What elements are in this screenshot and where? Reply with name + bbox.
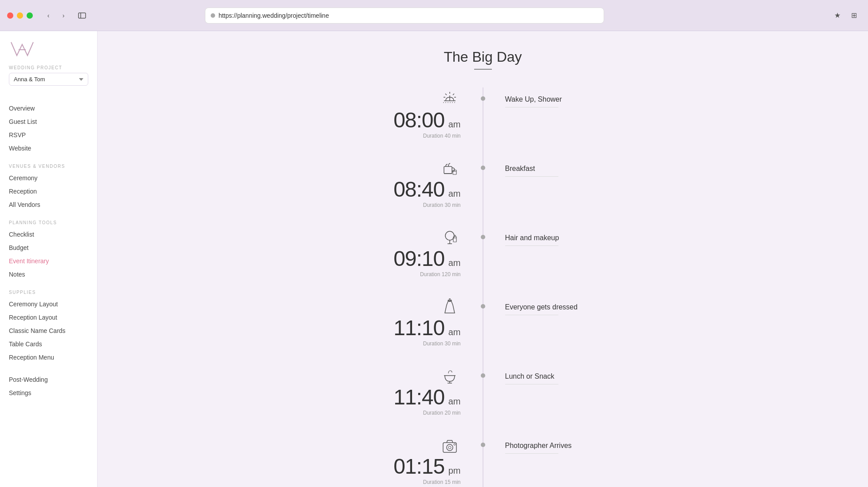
sidebar-item-checklist[interactable]: Checklist xyxy=(0,228,97,241)
sidebar-toggle-button[interactable] xyxy=(75,9,89,22)
svg-line-4 xyxy=(445,94,447,95)
svg-point-28 xyxy=(454,443,456,445)
sidebar-item-all-vendors[interactable]: All Vendors xyxy=(0,198,97,211)
timeline-item: 08:40 am Duration 30 min Breakfast xyxy=(283,157,683,208)
event-divider xyxy=(505,107,558,107)
time-display: 08:40 am xyxy=(393,179,460,200)
sidebar-main-nav: Overview Guest List RSVP Website xyxy=(0,102,97,155)
timeline-right: Lunch or Snack xyxy=(483,364,683,384)
sidebar-item-overview[interactable]: Overview xyxy=(0,102,97,115)
bookmark-button[interactable]: ★ xyxy=(831,9,844,22)
camera-icon xyxy=(439,434,461,456)
time-display: 11:10 am xyxy=(393,317,460,339)
sidebar-item-guest-list[interactable]: Guest List xyxy=(0,115,97,128)
sidebar-item-reception-menu[interactable]: Reception Menu xyxy=(0,351,97,364)
event-name: Lunch or Snack xyxy=(505,372,683,380)
timeline-left: 11:10 am Duration 30 min xyxy=(283,295,483,347)
security-indicator xyxy=(211,13,215,18)
sidebar-bottom-section: Post-Wedding Settings xyxy=(0,373,97,400)
duration: Duration 120 min xyxy=(420,271,460,277)
event-divider xyxy=(505,453,558,454)
duration: Duration 15 min xyxy=(423,479,461,485)
planning-section-label: PLANNING TOOLS xyxy=(0,220,97,225)
app-layout: WEDDING PROJECT Anna & Tom Overview Gues… xyxy=(0,31,868,487)
sidebar-item-budget[interactable]: Budget xyxy=(0,241,97,254)
timeline-right: Wake Up, Shower xyxy=(483,87,683,107)
sidebar-venues-section: VENUES & VENDORS Ceremony Reception All … xyxy=(0,164,97,211)
wedding-project-label: WEDDING PROJECT xyxy=(9,65,62,70)
makeup-icon xyxy=(439,226,461,248)
maximize-button[interactable] xyxy=(27,12,33,19)
forward-button[interactable]: › xyxy=(57,9,70,22)
project-select[interactable]: Anna & Tom xyxy=(9,73,88,86)
event-name: Everyone gets dressed xyxy=(505,303,683,311)
timeline-left: 11:40 am Duration 20 min xyxy=(283,364,483,416)
minimize-button[interactable] xyxy=(17,12,23,19)
sidebar-planning-section: PLANNING TOOLS Checklist Budget Event It… xyxy=(0,220,97,281)
sidebar-item-classic-name-cards[interactable]: Classic Name Cards xyxy=(0,324,97,337)
timeline: 08:00 am Duration 40 min Wake Up, Shower xyxy=(283,87,683,487)
supplies-section-label: SUPPLIES xyxy=(0,290,97,295)
timeline-right: Hair and makeup xyxy=(483,226,683,246)
timeline-dot xyxy=(481,235,485,239)
nav-buttons: ‹ › xyxy=(42,9,70,22)
sidebar-item-ceremony[interactable]: Ceremony xyxy=(0,171,97,185)
timeline-item: 08:00 am Duration 40 min Wake Up, Shower xyxy=(283,87,683,139)
venues-section-label: VENUES & VENDORS xyxy=(0,164,97,169)
traffic-lights xyxy=(7,12,33,19)
sidebar-item-event-itinerary[interactable]: Event Itinerary xyxy=(0,254,97,268)
dress-icon xyxy=(439,295,461,317)
sidebar-item-rsvp[interactable]: RSVP xyxy=(0,128,97,142)
sidebar-item-settings[interactable]: Settings xyxy=(0,386,97,400)
layout-button[interactable]: ⊞ xyxy=(848,9,861,22)
timeline-item: 11:40 am Duration 20 min Lunch or Snack xyxy=(283,364,683,416)
timeline-left: 09:10 am Duration 120 min xyxy=(283,226,483,277)
timeline-item: 11:10 am Duration 30 min Everyone gets d… xyxy=(283,295,683,347)
timeline-dot xyxy=(481,304,485,309)
sidebar-item-post-wedding[interactable]: Post-Wedding xyxy=(0,373,97,386)
timeline-left: 08:40 am Duration 30 min xyxy=(283,157,483,208)
timeline-dot xyxy=(481,443,485,447)
timeline-dot xyxy=(481,373,485,378)
url-bar[interactable]: https://planning.wedding/project/timelin… xyxy=(205,8,604,24)
logo xyxy=(9,40,35,60)
timeline-right: Everyone gets dressed xyxy=(483,295,683,315)
close-button[interactable] xyxy=(7,12,13,19)
timeline-item: 09:10 am Duration 120 min Hair and makeu… xyxy=(283,226,683,277)
main-content: The Big Day xyxy=(98,31,868,487)
timeline-dot xyxy=(481,96,485,101)
duration: Duration 30 min xyxy=(423,202,461,208)
sidebar-item-reception-layout[interactable]: Reception Layout xyxy=(0,311,97,324)
event-divider xyxy=(505,176,558,177)
timeline-item: 01:15 pm Duration 15 min Photographer Ar… xyxy=(283,434,683,485)
event-name: Photographer Arrives xyxy=(505,442,683,450)
time-display: 01:15 pm xyxy=(393,456,460,477)
browser-actions: ★ ⊞ xyxy=(831,9,861,22)
event-name: Hair and makeup xyxy=(505,234,683,242)
coffee-icon xyxy=(439,157,461,179)
browser-chrome: ‹ › https://planning.wedding/project/tim… xyxy=(0,0,868,31)
title-divider xyxy=(474,69,492,70)
svg-point-27 xyxy=(448,446,451,449)
event-name: Breakfast xyxy=(505,165,683,173)
timeline-left: 01:15 pm Duration 15 min xyxy=(283,434,483,485)
svg-point-14 xyxy=(445,231,454,240)
timeline-left: 08:00 am Duration 40 min xyxy=(283,87,483,139)
svg-rect-10 xyxy=(444,166,452,174)
sidebar-item-notes[interactable]: Notes xyxy=(0,268,97,281)
sidebar-item-table-cards[interactable]: Table Cards xyxy=(0,337,97,351)
sidebar-item-website[interactable]: Website xyxy=(0,142,97,155)
sidebar-item-reception[interactable]: Reception xyxy=(0,185,97,198)
sidebar-logo-area: WEDDING PROJECT Anna & Tom xyxy=(0,40,97,93)
sunrise-icon xyxy=(439,87,461,110)
svg-point-26 xyxy=(447,444,453,451)
back-button[interactable]: ‹ xyxy=(42,9,55,22)
event-name: Wake Up, Shower xyxy=(505,95,683,103)
duration: Duration 40 min xyxy=(423,133,461,139)
timeline-line xyxy=(483,87,483,487)
event-divider xyxy=(505,384,558,384)
sidebar-item-ceremony-layout[interactable]: Ceremony Layout xyxy=(0,297,97,311)
event-divider xyxy=(505,315,558,315)
time-display: 08:00 am xyxy=(393,110,460,131)
sidebar: WEDDING PROJECT Anna & Tom Overview Gues… xyxy=(0,31,98,487)
